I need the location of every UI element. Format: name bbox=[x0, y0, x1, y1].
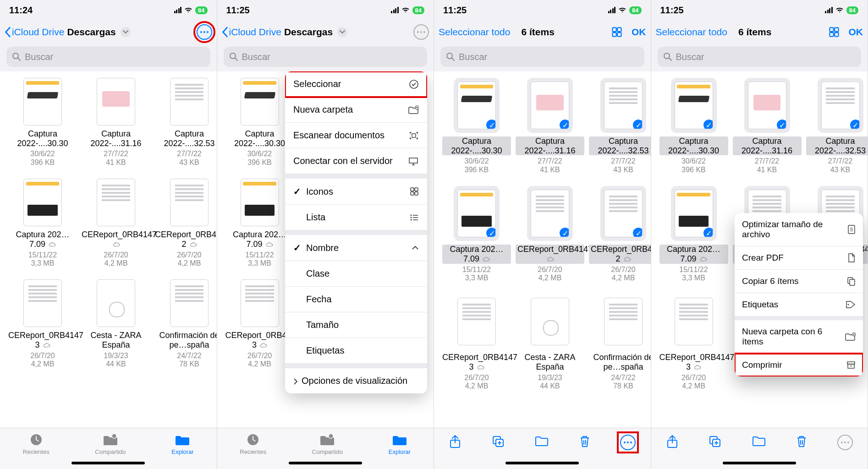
ctx-etiquetas[interactable]: Etiquetas bbox=[735, 293, 863, 316]
search-placeholder: Buscar bbox=[676, 52, 704, 62]
file-tile[interactable]: ✓Captura 2022-....31.1627/7/2241 KB bbox=[733, 78, 802, 174]
menu-escanear[interactable]: Escanear documentos bbox=[285, 123, 427, 148]
tab-explorar[interactable]: Explorar bbox=[389, 433, 411, 455]
signal-icon bbox=[391, 7, 399, 13]
ctx-copiar[interactable]: Copiar 6 ítems bbox=[735, 270, 863, 293]
duplicate-button[interactable] bbox=[708, 435, 722, 448]
file-tile[interactable]: CEReport_0RB4147 3 26/7/204,2 MB bbox=[8, 279, 77, 368]
menu-lista[interactable]: Lista bbox=[285, 205, 427, 230]
back-button[interactable]: iCloud Drive bbox=[222, 27, 281, 38]
status-bar: 11:25 84 bbox=[434, 0, 651, 20]
search-icon bbox=[12, 52, 21, 61]
ctx-comprimir[interactable]: Comprimir bbox=[735, 354, 863, 376]
file-tile[interactable]: Captura 2022-....32.5327/7/2243 KB bbox=[155, 78, 217, 167]
file-tile[interactable]: ✓Captura 2022-....32.5327/7/2243 KB bbox=[589, 78, 651, 174]
svg-point-1 bbox=[203, 31, 205, 33]
ctx-nueva-carpeta[interactable]: Nueva carpeta con 6 ítems bbox=[735, 320, 863, 354]
svg-point-42 bbox=[848, 304, 849, 305]
search-placeholder: Buscar bbox=[25, 52, 53, 62]
svg-rect-12 bbox=[412, 134, 416, 137]
file-tile[interactable]: Confirmación de pe…spaña24/7/2278 KB bbox=[589, 294, 651, 390]
file-tile[interactable]: Cesta - ZARA España19/3/2344 KB bbox=[82, 279, 150, 368]
check-icon: ✓ bbox=[559, 119, 569, 129]
compress-icon bbox=[847, 224, 856, 234]
delete-button[interactable] bbox=[579, 435, 591, 448]
check-icon: ✓ bbox=[849, 119, 860, 129]
select-all-button[interactable]: Seleccionar todo bbox=[439, 27, 510, 38]
svg-point-3 bbox=[13, 53, 18, 59]
tab-compartido[interactable]: Compartido bbox=[95, 433, 126, 455]
back-button[interactable]: iCloud Drive bbox=[5, 27, 64, 38]
file-tile[interactable]: ✓CEReport_0RB4147 2 26/7/204,2 MB bbox=[589, 186, 651, 282]
move-button[interactable] bbox=[752, 435, 766, 447]
svg-point-6 bbox=[417, 31, 419, 33]
move-button[interactable] bbox=[534, 435, 549, 447]
menu-nombre[interactable]: ✓Nombre bbox=[285, 235, 427, 261]
ok-button[interactable]: OK bbox=[849, 27, 863, 38]
menu-clase[interactable]: Clase bbox=[285, 261, 427, 287]
file-tile[interactable]: Cesta - ZARA España19/3/2344 KB bbox=[516, 294, 584, 390]
select-all-button[interactable]: Seleccionar todo bbox=[656, 27, 727, 38]
title-dropdown[interactable] bbox=[337, 27, 347, 37]
ok-button[interactable]: OK bbox=[632, 27, 646, 38]
menu-seleccionar[interactable]: Seleccionar bbox=[285, 71, 427, 97]
more-button[interactable] bbox=[413, 24, 429, 40]
view-grid-button[interactable] bbox=[829, 27, 840, 38]
search-input[interactable]: Buscar bbox=[658, 47, 862, 67]
title-dropdown[interactable] bbox=[121, 27, 131, 37]
file-tile[interactable]: CEReport_0RB4147 3 26/7/204,2 MB bbox=[659, 294, 728, 390]
tab-explorar[interactable]: Explorar bbox=[171, 433, 193, 455]
ctx-crear-pdf[interactable]: Crear PDF bbox=[735, 246, 863, 270]
duplicate-button[interactable] bbox=[491, 435, 505, 448]
file-tile[interactable]: ✓Captura 2022-....30.3030/6/22396 KB bbox=[442, 78, 511, 174]
tab-recientes[interactable]: Recientes bbox=[240, 433, 266, 455]
menu-opciones-visualizacion[interactable]: Opciones de visualización bbox=[285, 368, 427, 393]
file-tile[interactable]: Captura 202…7.09 15/11/223,3 MB bbox=[225, 179, 294, 267]
folder-shared-icon bbox=[103, 433, 118, 446]
file-tile[interactable]: Captura 2022-....30.3030/6/22396 KB bbox=[225, 78, 294, 167]
file-tile[interactable]: Captura 2022-....30.3030/6/22396 KB bbox=[8, 78, 77, 167]
file-tile[interactable]: Confirmación de pe…spaña24/7/2278 KB bbox=[155, 279, 217, 368]
menu-tamano[interactable]: Tamaño bbox=[285, 312, 427, 338]
delete-button[interactable] bbox=[796, 435, 808, 448]
search-input[interactable]: Buscar bbox=[440, 47, 644, 67]
menu-iconos[interactable]: ✓Iconos bbox=[285, 179, 427, 205]
tab-recientes[interactable]: Recientes bbox=[23, 433, 49, 455]
grid-icon bbox=[410, 187, 419, 196]
more-actions-button[interactable] bbox=[837, 435, 853, 450]
copy-icon bbox=[846, 276, 856, 286]
menu-fecha[interactable]: Fecha bbox=[285, 287, 427, 312]
svg-rect-24 bbox=[617, 27, 621, 31]
file-tile[interactable]: CEReport_0RB4147 3 26/7/204,2 MB bbox=[442, 294, 511, 390]
file-tile[interactable]: Captura 2022-....31.1627/7/2241 KB bbox=[82, 78, 150, 167]
status-time: 11:25 bbox=[226, 5, 250, 16]
menu-nueva-carpeta[interactable]: Nueva carpeta bbox=[285, 97, 427, 123]
file-tile[interactable]: CEReport_0RB4147 2 26/7/204,2 MB bbox=[155, 179, 217, 267]
more-actions-button[interactable] bbox=[620, 435, 636, 450]
file-tile[interactable]: ✓Captura 2022-....32.5327/7/2243 KB bbox=[806, 78, 868, 174]
menu-conectar-servidor[interactable]: Conectar con el servidor bbox=[285, 148, 427, 174]
svg-point-22 bbox=[329, 434, 333, 438]
svg-point-33 bbox=[630, 442, 632, 443]
svg-point-38 bbox=[664, 53, 670, 59]
file-tile[interactable]: ✓Captura 2022-....31.1627/7/2241 KB bbox=[516, 78, 584, 174]
svg-rect-17 bbox=[415, 192, 418, 195]
svg-rect-26 bbox=[617, 33, 621, 36]
svg-point-32 bbox=[627, 442, 629, 443]
more-button[interactable] bbox=[197, 24, 212, 40]
ctx-optimizar[interactable]: Optimizar tamaño de archivo bbox=[735, 213, 863, 246]
view-grid-button[interactable] bbox=[611, 27, 622, 38]
file-tile[interactable]: CEReport_0RB4147 26/7/204,2 MB bbox=[82, 179, 150, 267]
search-input[interactable]: Buscar bbox=[224, 47, 428, 67]
share-button[interactable] bbox=[449, 435, 461, 449]
search-input[interactable]: Buscar bbox=[6, 47, 210, 67]
file-tile[interactable]: CEReport_0RB4147 3 26/7/204,2 MB bbox=[225, 279, 294, 368]
tab-compartido[interactable]: Compartido bbox=[312, 433, 343, 455]
file-tile[interactable]: Captura 202…7.09 15/11/223,3 MB bbox=[8, 179, 77, 267]
file-tile[interactable]: ✓Captura 202…7.09 15/11/223,3 MB bbox=[659, 186, 728, 282]
share-button[interactable] bbox=[666, 435, 679, 449]
menu-etiquetas[interactable]: Etiquetas bbox=[285, 338, 427, 364]
file-tile[interactable]: ✓Captura 2022-....30.3030/6/22396 KB bbox=[659, 78, 728, 174]
file-tile[interactable]: ✓Captura 202…7.09 15/11/223,3 MB bbox=[442, 186, 511, 282]
file-tile[interactable]: ✓CEReport_0RB4147 26/7/204,2 MB bbox=[516, 186, 584, 282]
